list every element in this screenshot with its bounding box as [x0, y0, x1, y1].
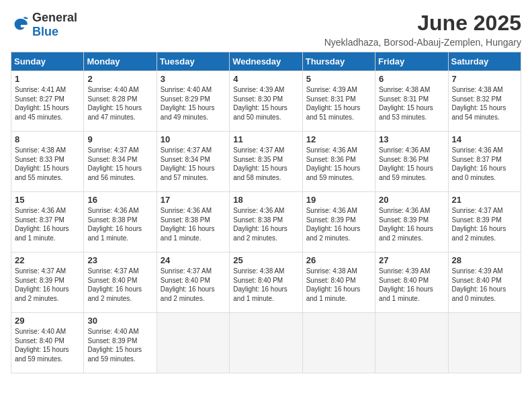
day-number: 26 — [306, 255, 371, 265]
calendar-cell: 25Sunrise: 4:38 AM Sunset: 8:40 PM Dayli… — [230, 253, 302, 313]
calendar-cell: 21Sunrise: 4:37 AM Sunset: 8:39 PM Dayli… — [448, 192, 521, 253]
calendar-cell — [230, 313, 302, 373]
day-number: 29 — [15, 316, 80, 326]
day-number: 22 — [15, 255, 80, 265]
day-info: Sunrise: 4:36 AM Sunset: 8:38 PM Dayligh… — [233, 206, 298, 242]
day-number: 6 — [379, 74, 444, 84]
calendar-header-wednesday: Wednesday — [230, 52, 302, 71]
day-info: Sunrise: 4:37 AM Sunset: 8:39 PM Dayligh… — [452, 206, 517, 242]
day-number: 23 — [87, 255, 152, 265]
day-info: Sunrise: 4:38 AM Sunset: 8:31 PM Dayligh… — [379, 85, 444, 122]
calendar-cell: 2Sunrise: 4:40 AM Sunset: 8:28 PM Daylig… — [84, 71, 157, 132]
calendar-cell: 7Sunrise: 4:38 AM Sunset: 8:32 PM Daylig… — [448, 71, 521, 132]
week-row-3: 15Sunrise: 4:36 AM Sunset: 8:37 PM Dayli… — [11, 192, 521, 253]
logo-text: General Blue — [32, 11, 77, 39]
logo-general: General — [32, 11, 77, 24]
calendar-cell: 18Sunrise: 4:36 AM Sunset: 8:38 PM Dayli… — [230, 192, 302, 253]
calendar-cell: 14Sunrise: 4:36 AM Sunset: 8:37 PM Dayli… — [448, 132, 521, 192]
day-info: Sunrise: 4:39 AM Sunset: 8:31 PM Dayligh… — [306, 85, 371, 122]
calendar-cell: 23Sunrise: 4:37 AM Sunset: 8:40 PM Dayli… — [84, 253, 157, 313]
calendar-cell: 5Sunrise: 4:39 AM Sunset: 8:31 PM Daylig… — [302, 71, 375, 132]
day-info: Sunrise: 4:40 AM Sunset: 8:29 PM Dayligh… — [161, 85, 226, 122]
day-info: Sunrise: 4:39 AM Sunset: 8:40 PM Dayligh… — [379, 267, 444, 303]
calendar-body: 1Sunrise: 4:41 AM Sunset: 8:27 PM Daylig… — [11, 71, 521, 373]
calendar-cell: 28Sunrise: 4:39 AM Sunset: 8:40 PM Dayli… — [448, 253, 521, 313]
day-number: 20 — [379, 195, 444, 205]
title-block: June 2025 Nyekladhaza, Borsod-Abauj-Zemp… — [324, 11, 521, 48]
calendar-cell — [375, 313, 448, 373]
day-number: 28 — [452, 255, 517, 265]
header: General Blue June 2025 Nyekladhaza, Bors… — [11, 11, 521, 48]
day-number: 8 — [15, 134, 80, 144]
calendar-header-friday: Friday — [375, 52, 448, 71]
calendar-cell: 29Sunrise: 4:40 AM Sunset: 8:40 PM Dayli… — [11, 313, 84, 373]
day-number: 10 — [161, 134, 226, 144]
day-number: 16 — [87, 195, 152, 205]
day-number: 2 — [87, 74, 152, 84]
calendar-header-sunday: Sunday — [11, 52, 84, 71]
day-info: Sunrise: 4:36 AM Sunset: 8:39 PM Dayligh… — [306, 206, 371, 242]
week-row-5: 29Sunrise: 4:40 AM Sunset: 8:40 PM Dayli… — [11, 313, 521, 373]
calendar: SundayMondayTuesdayWednesdayThursdayFrid… — [11, 52, 521, 373]
day-number: 11 — [233, 134, 298, 144]
day-info: Sunrise: 4:38 AM Sunset: 8:32 PM Dayligh… — [452, 85, 517, 122]
calendar-cell: 26Sunrise: 4:38 AM Sunset: 8:40 PM Dayli… — [302, 253, 375, 313]
day-number: 5 — [306, 74, 371, 84]
calendar-cell: 12Sunrise: 4:36 AM Sunset: 8:36 PM Dayli… — [302, 132, 375, 192]
calendar-cell: 11Sunrise: 4:37 AM Sunset: 8:35 PM Dayli… — [230, 132, 302, 192]
logo-icon — [11, 15, 30, 34]
day-info: Sunrise: 4:36 AM Sunset: 8:37 PM Dayligh… — [15, 206, 80, 242]
day-number: 27 — [379, 255, 444, 265]
main-title: June 2025 — [324, 11, 521, 36]
day-info: Sunrise: 4:37 AM Sunset: 8:40 PM Dayligh… — [161, 267, 226, 303]
logo-blue: Blue — [32, 25, 58, 38]
day-info: Sunrise: 4:39 AM Sunset: 8:40 PM Dayligh… — [452, 267, 517, 303]
day-number: 30 — [87, 316, 152, 326]
calendar-header-row: SundayMondayTuesdayWednesdayThursdayFrid… — [11, 52, 521, 71]
calendar-cell: 10Sunrise: 4:37 AM Sunset: 8:34 PM Dayli… — [157, 132, 229, 192]
day-info: Sunrise: 4:37 AM Sunset: 8:35 PM Dayligh… — [233, 146, 298, 182]
subtitle: Nyekladhaza, Borsod-Abauj-Zemplen, Hunga… — [324, 37, 521, 48]
calendar-cell: 3Sunrise: 4:40 AM Sunset: 8:29 PM Daylig… — [157, 71, 229, 132]
day-number: 21 — [452, 195, 517, 205]
day-number: 14 — [452, 134, 517, 144]
calendar-cell: 20Sunrise: 4:36 AM Sunset: 8:39 PM Dayli… — [375, 192, 448, 253]
day-info: Sunrise: 4:37 AM Sunset: 8:39 PM Dayligh… — [15, 267, 80, 303]
calendar-cell: 9Sunrise: 4:37 AM Sunset: 8:34 PM Daylig… — [84, 132, 157, 192]
day-number: 3 — [161, 74, 226, 84]
day-info: Sunrise: 4:38 AM Sunset: 8:40 PM Dayligh… — [233, 267, 298, 303]
calendar-cell: 27Sunrise: 4:39 AM Sunset: 8:40 PM Dayli… — [375, 253, 448, 313]
day-info: Sunrise: 4:36 AM Sunset: 8:36 PM Dayligh… — [306, 146, 371, 182]
week-row-1: 1Sunrise: 4:41 AM Sunset: 8:27 PM Daylig… — [11, 71, 521, 132]
day-info: Sunrise: 4:36 AM Sunset: 8:37 PM Dayligh… — [452, 146, 517, 182]
calendar-cell — [448, 313, 521, 373]
week-row-4: 22Sunrise: 4:37 AM Sunset: 8:39 PM Dayli… — [11, 253, 521, 313]
day-info: Sunrise: 4:41 AM Sunset: 8:27 PM Dayligh… — [15, 85, 80, 122]
day-info: Sunrise: 4:40 AM Sunset: 8:39 PM Dayligh… — [87, 327, 152, 363]
day-number: 1 — [15, 74, 80, 84]
calendar-header-saturday: Saturday — [448, 52, 521, 71]
day-info: Sunrise: 4:40 AM Sunset: 8:28 PM Dayligh… — [87, 85, 152, 122]
calendar-cell: 15Sunrise: 4:36 AM Sunset: 8:37 PM Dayli… — [11, 192, 84, 253]
week-row-2: 8Sunrise: 4:38 AM Sunset: 8:33 PM Daylig… — [11, 132, 521, 192]
calendar-cell: 6Sunrise: 4:38 AM Sunset: 8:31 PM Daylig… — [375, 71, 448, 132]
day-info: Sunrise: 4:37 AM Sunset: 8:40 PM Dayligh… — [87, 267, 152, 303]
day-number: 18 — [233, 195, 298, 205]
day-number: 4 — [233, 74, 298, 84]
calendar-header-tuesday: Tuesday — [157, 52, 229, 71]
day-info: Sunrise: 4:38 AM Sunset: 8:40 PM Dayligh… — [306, 267, 371, 303]
calendar-cell: 30Sunrise: 4:40 AM Sunset: 8:39 PM Dayli… — [84, 313, 157, 373]
day-info: Sunrise: 4:36 AM Sunset: 8:39 PM Dayligh… — [379, 206, 444, 242]
calendar-cell: 4Sunrise: 4:39 AM Sunset: 8:30 PM Daylig… — [230, 71, 302, 132]
calendar-cell — [157, 313, 229, 373]
day-info: Sunrise: 4:38 AM Sunset: 8:33 PM Dayligh… — [15, 146, 80, 182]
calendar-header-thursday: Thursday — [302, 52, 375, 71]
day-number: 19 — [306, 195, 371, 205]
calendar-cell: 8Sunrise: 4:38 AM Sunset: 8:33 PM Daylig… — [11, 132, 84, 192]
calendar-cell: 24Sunrise: 4:37 AM Sunset: 8:40 PM Dayli… — [157, 253, 229, 313]
calendar-cell: 16Sunrise: 4:36 AM Sunset: 8:38 PM Dayli… — [84, 192, 157, 253]
calendar-cell: 1Sunrise: 4:41 AM Sunset: 8:27 PM Daylig… — [11, 71, 84, 132]
day-info: Sunrise: 4:39 AM Sunset: 8:30 PM Dayligh… — [233, 85, 298, 122]
day-number: 13 — [379, 134, 444, 144]
day-number: 15 — [15, 195, 80, 205]
